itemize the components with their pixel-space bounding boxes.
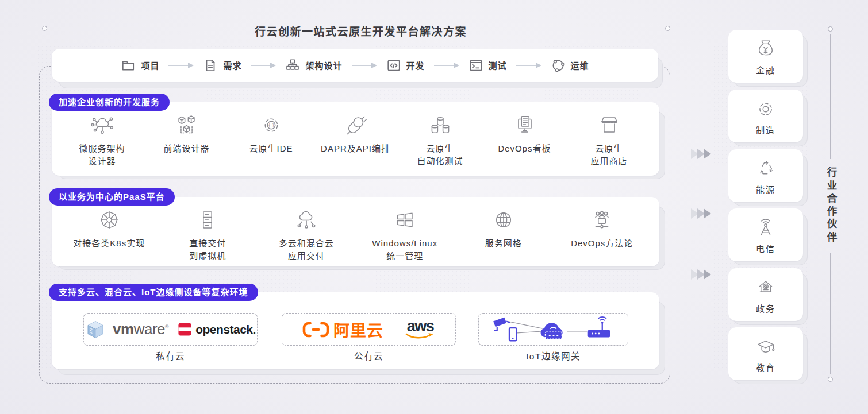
deco-dot-right xyxy=(665,26,670,31)
workflow-step-label: 开发 xyxy=(406,59,425,71)
server-cube-icon xyxy=(85,319,106,340)
public-cloud-box: 阿里云 aws xyxy=(282,313,456,346)
cubes-icon xyxy=(174,111,200,140)
iot-devices-icon xyxy=(487,315,620,345)
feature-label: DevOps方法论 xyxy=(571,237,633,250)
dev-services-badge: 加速企业创新的开发服务 xyxy=(49,94,170,111)
deco-line-right xyxy=(492,29,663,29)
workflow-step-label: 项目 xyxy=(141,59,159,71)
industry-card-education: 教育 xyxy=(728,327,803,380)
aws-smile-icon xyxy=(405,333,435,341)
industry-label: 政务 xyxy=(756,302,775,314)
rail-dot-top xyxy=(828,26,833,32)
partner-rail-label: 行业合作伙伴 xyxy=(824,167,839,245)
industry-card-finance: 金融 xyxy=(728,30,803,83)
industry-card-energy: 能源 xyxy=(728,149,803,202)
feature-label: 对接各类K8s实现 xyxy=(73,237,145,250)
page-title: 行云创新一站式云原生开发平台解决方案 xyxy=(221,23,500,38)
arrow-right-icon xyxy=(433,62,460,69)
server-rack-icon xyxy=(194,206,221,234)
deco-line-left xyxy=(49,29,220,29)
antenna-icon xyxy=(753,215,778,241)
env-badge: 支持多云、混合云、IoT边缘侧设备等复杂环境 xyxy=(49,284,258,301)
feature-label: 直接交付 到虚拟机 xyxy=(189,237,226,262)
microservice-architecture-icon xyxy=(89,111,116,140)
aws-logo: aws xyxy=(405,319,435,341)
sitemap-icon xyxy=(285,58,300,73)
arrow-right-icon xyxy=(351,62,378,69)
code-window-icon xyxy=(386,58,401,73)
terminal-icon xyxy=(468,58,483,73)
industry-label: 电信 xyxy=(756,242,775,254)
feature-dapr-api: DAPR及API编排 xyxy=(313,111,398,155)
feature-label: DAPR及API编排 xyxy=(321,142,390,155)
industry-card-government: 政务 xyxy=(728,268,803,321)
workflow-step-label: 架构设计 xyxy=(305,59,342,71)
government-building-icon xyxy=(753,275,778,300)
iot-gateway-box xyxy=(478,313,628,346)
feature-label: Windows/Linux 统一管理 xyxy=(372,237,437,262)
folder-icon xyxy=(121,58,136,73)
rail-dot-bottom xyxy=(828,377,833,382)
paas-badge: 以业务为中心的PaaS平台 xyxy=(49,188,175,206)
feature-label: 微服务架构 设计器 xyxy=(79,142,125,168)
database-cluster-icon xyxy=(427,111,454,140)
workflow-step-testing: 测试 xyxy=(468,58,507,73)
feature-app-store: 云原生 应用商店 xyxy=(567,111,651,168)
rail-line-top xyxy=(830,34,831,159)
feature-label: 服务网格 xyxy=(485,237,522,250)
feature-cloud-test: 云原生 自动化测试 xyxy=(398,111,482,168)
arrow-right-icon xyxy=(168,62,194,69)
feature-label: 前端设计器 xyxy=(163,142,209,155)
globe-icon xyxy=(490,206,517,234)
workflow-step-development: 开发 xyxy=(386,58,425,73)
k8s-wheel-icon xyxy=(96,206,122,234)
workflow-step-operations: 运维 xyxy=(551,58,589,73)
rail-line-bottom xyxy=(830,253,831,374)
workflow-step-architecture: 架构设计 xyxy=(285,58,342,73)
ops-cycle-icon xyxy=(551,58,566,73)
windows-panes-icon xyxy=(391,206,418,234)
industry-label: 能源 xyxy=(756,183,775,195)
monitor-document-icon xyxy=(512,111,538,140)
feature-microservice-designer: 微服务架构 设计器 xyxy=(60,111,144,168)
workflow-steps: 项目 需求 架构设计 开发 测试 xyxy=(52,49,658,82)
workflow-step-label: 测试 xyxy=(489,59,507,71)
plug-icon xyxy=(343,111,369,140)
feature-multicloud-delivery: 多云和混合云 应用交付 xyxy=(257,206,356,262)
chevrons-right-icon xyxy=(692,208,711,219)
team-screen-icon xyxy=(589,206,615,234)
aliyun-bracket-icon xyxy=(302,321,329,338)
cloud-network-icon xyxy=(293,206,320,234)
paas-items: 对接各类K8s实现 直接交付 到虚拟机 多云和混合云 应用交付 Windows/… xyxy=(52,197,659,262)
document-icon xyxy=(203,58,218,73)
feature-label: 云原生IDE xyxy=(249,142,293,155)
feature-label: 云原生 自动化测试 xyxy=(417,142,463,168)
openstack-logo: openstack. xyxy=(178,322,256,336)
private-cloud-label: 私有云 xyxy=(83,349,258,362)
env-panel: 支持多云、混合云、IoT边缘侧设备等复杂环境 vmware® openstack… xyxy=(52,292,659,369)
feature-k8s: 对接各类K8s实现 xyxy=(60,206,159,250)
industry-card-telecom: 电信 xyxy=(728,208,803,261)
solution-diagram-page: 行云创新一站式云原生开发平台解决方案 项目 需求 架构设计 开发 xyxy=(0,0,868,414)
industry-card-manufacturing: 制造 xyxy=(728,90,803,142)
arrow-right-icon xyxy=(250,62,276,69)
workflow-step-label: 需求 xyxy=(223,59,241,71)
money-bag-icon xyxy=(753,37,778,62)
feature-cloud-ide: {··} 云原生IDE xyxy=(229,111,313,155)
deco-dot-left xyxy=(42,26,47,31)
feature-frontend-designer: 前端设计器 xyxy=(144,111,229,155)
dev-services-items: 微服务架构 设计器 前端设计器 {··} 云原生IDE DAPR及API编排 xyxy=(52,102,659,168)
vmware-logo: vmware® xyxy=(113,320,168,338)
chevrons-right-icon xyxy=(692,149,711,159)
workflow-card: 项目 需求 架构设计 开发 测试 xyxy=(52,49,658,82)
feature-devops-methodology: DevOps方法论 xyxy=(553,206,652,250)
industry-label: 制造 xyxy=(756,123,775,136)
chevrons-right-icon xyxy=(692,269,711,280)
workflow-step-label: 运维 xyxy=(571,59,589,71)
feature-label: 云原生 应用商店 xyxy=(590,142,627,168)
industry-label: 金融 xyxy=(756,64,775,76)
arrow-right-icon xyxy=(516,62,542,69)
feature-win-linux: Windows/Linux 统一管理 xyxy=(356,206,455,262)
feature-label: 多云和混合云 应用交付 xyxy=(279,237,334,262)
